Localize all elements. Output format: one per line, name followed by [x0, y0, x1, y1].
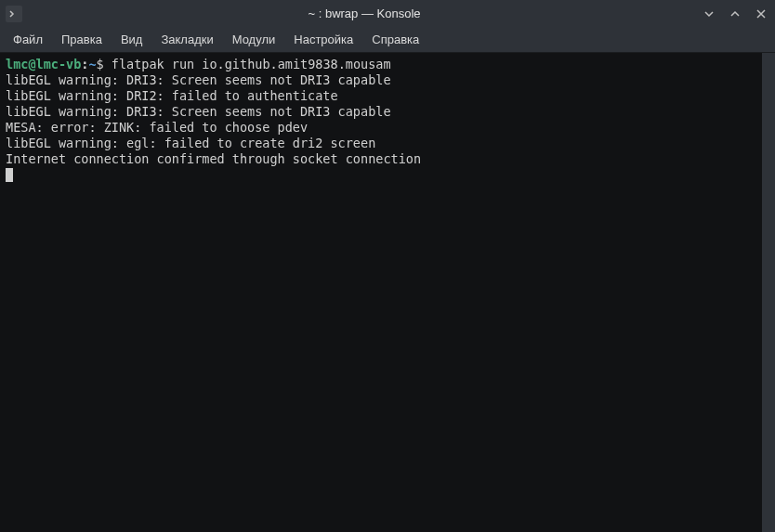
menu-plugins[interactable]: Модули [223, 29, 285, 50]
menu-file[interactable]: Файл [4, 29, 52, 50]
close-button[interactable] [753, 6, 769, 22]
window-controls [701, 6, 769, 22]
menu-bookmarks[interactable]: Закладки [151, 29, 222, 50]
output-line: libEGL warning: egl: failed to create dr… [6, 136, 375, 150]
minimize-button[interactable] [701, 6, 717, 22]
terminal[interactable]: lmc@lmc-vb:~$ flatpak run io.github.amit… [0, 53, 775, 532]
chevron-down-icon [703, 8, 715, 19]
chevron-up-icon [729, 8, 741, 19]
maximize-button[interactable] [727, 6, 743, 22]
prompt-dollar: $ [97, 57, 112, 71]
output-line: Internet connection confirmed through so… [6, 151, 421, 166]
scrollbar[interactable] [762, 53, 775, 532]
output-line: MESA: error: ZINK: failed to choose pdev [6, 120, 308, 135]
menu-help[interactable]: Справка [362, 29, 428, 50]
terminal-icon [9, 9, 19, 19]
menubar: Файл Правка Вид Закладки Модули Настройк… [0, 27, 775, 53]
output-line: libEGL warning: DRI3: Screen seems not D… [6, 104, 391, 119]
app-icon [6, 6, 22, 22]
output-line: libEGL warning: DRI3: Screen seems not D… [6, 72, 391, 87]
command-text: flatpak run io.github.amit9838.mousam [112, 57, 391, 71]
prompt-user: lmc@lmc-vb [6, 57, 81, 71]
prompt-path: ~ [88, 57, 96, 71]
close-icon [755, 8, 767, 19]
menu-settings[interactable]: Настройка [284, 29, 362, 50]
titlebar: ~ : bwrap — Konsole [0, 0, 775, 27]
menu-edit[interactable]: Правка [52, 29, 112, 50]
window-title: ~ : bwrap — Konsole [28, 6, 701, 20]
terminal-cursor [6, 168, 13, 182]
menu-view[interactable]: Вид [112, 29, 152, 50]
output-line: libEGL warning: DRI2: failed to authenti… [6, 88, 338, 103]
terminal-content: lmc@lmc-vb:~$ flatpak run io.github.amit… [6, 57, 769, 183]
